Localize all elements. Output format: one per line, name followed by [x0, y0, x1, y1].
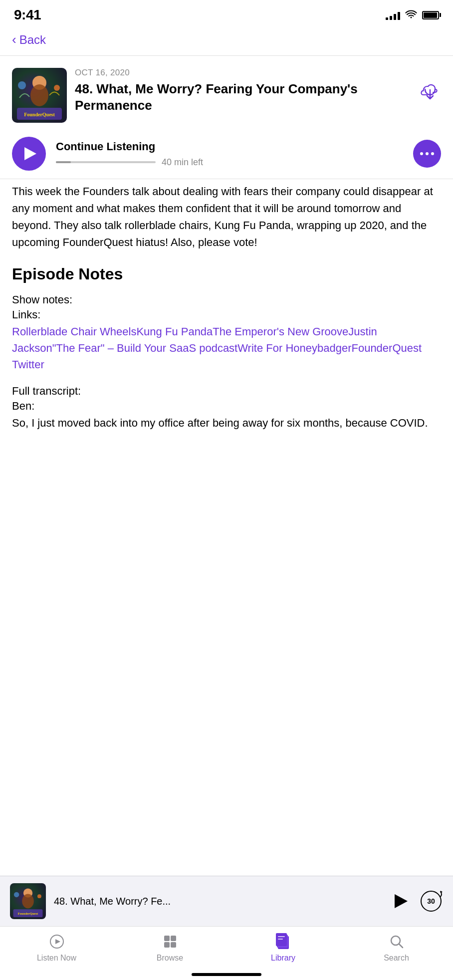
svg-rect-17 — [164, 936, 170, 941]
more-button[interactable] — [413, 140, 441, 168]
status-time: 9:41 — [14, 7, 41, 23]
progress-fill — [56, 161, 71, 163]
episode-notes-section: Episode Notes Show notes: Links: Rollerb… — [0, 265, 453, 442]
svg-rect-24 — [278, 936, 285, 937]
mini-artwork: FounderQuest — [10, 883, 46, 919]
svg-point-12 — [14, 892, 19, 897]
transcript-speaker: Ben: — [12, 400, 441, 413]
signal-icon — [386, 10, 400, 20]
wifi-icon — [405, 9, 417, 20]
library-icon — [274, 933, 292, 951]
svg-marker-16 — [55, 939, 60, 944]
tab-search-label: Search — [384, 954, 409, 963]
svg-point-2 — [30, 84, 48, 106]
tab-library-label: Library — [271, 954, 295, 963]
svg-rect-19 — [164, 942, 170, 948]
episode-description: This week the Founders talk about dealin… — [0, 179, 453, 265]
home-indicator — [192, 973, 261, 976]
skip-circle-icon: 30 — [421, 891, 442, 912]
battery-icon — [422, 11, 439, 19]
episode-date: OCT 16, 2020 — [75, 68, 441, 78]
mini-artwork-svg: FounderQuest — [10, 883, 46, 919]
back-label: Back — [19, 33, 46, 47]
listen-now-icon — [48, 933, 66, 951]
player-controls: Continue Listening 40 min left — [0, 131, 453, 179]
tab-listen-now[interactable]: Listen Now — [0, 933, 113, 963]
svg-point-5 — [18, 81, 26, 89]
play-button[interactable] — [12, 137, 46, 171]
progress-bar[interactable] — [56, 161, 156, 163]
search-icon — [388, 933, 406, 951]
svg-text:FounderQuest: FounderQuest — [18, 912, 38, 915]
mini-player[interactable]: FounderQuest 48. What, Me Worry? Fe... 3… — [0, 876, 453, 926]
mini-skip-button[interactable]: 30 — [419, 889, 443, 913]
more-dots-icon — [420, 152, 434, 155]
svg-line-27 — [399, 944, 403, 948]
progress-row: 40 min left — [56, 157, 403, 168]
mini-play-button[interactable] — [391, 891, 411, 911]
continue-label: Continue Listening — [56, 140, 403, 153]
bottom-spacer — [0, 442, 453, 551]
links-content[interactable]: Rollerblade Chair WheelsKung Fu PandaThe… — [12, 323, 441, 373]
back-chevron-icon: ‹ — [12, 32, 16, 47]
transcript-text: So, I just moved back into my office aft… — [12, 415, 441, 432]
show-notes-label: Show notes: — [12, 293, 441, 306]
svg-point-9 — [22, 894, 34, 909]
episode-header-wrapper: FounderQuest OCT 16, 2020 48. What, Me W… — [0, 56, 453, 131]
time-left: 40 min left — [162, 157, 203, 168]
podcast-artwork: FounderQuest — [12, 68, 67, 123]
svg-point-6 — [54, 85, 60, 91]
artwork-svg: FounderQuest — [12, 68, 67, 123]
episode-notes-title: Episode Notes — [12, 265, 441, 283]
svg-point-13 — [37, 894, 41, 898]
tab-browse[interactable]: Browse — [113, 933, 226, 963]
svg-rect-25 — [278, 939, 283, 940]
episode-header: FounderQuest OCT 16, 2020 48. What, Me W… — [0, 56, 453, 131]
svg-rect-18 — [171, 936, 176, 941]
download-button[interactable] — [419, 81, 441, 102]
mini-player-title: 48. What, Me Worry? Fe... — [54, 896, 383, 907]
episode-info: OCT 16, 2020 48. What, Me Worry? Fearing… — [75, 68, 441, 113]
tab-listen-now-label: Listen Now — [37, 954, 76, 963]
player-info: Continue Listening 40 min left — [56, 140, 403, 168]
tab-bar: Listen Now Browse Library — [0, 926, 453, 980]
back-button[interactable]: ‹ Back — [0, 27, 453, 55]
links-label: Links: — [12, 308, 441, 321]
episode-title: 48. What, Me Worry? Fearing Your Company… — [75, 81, 441, 113]
browse-icon — [161, 933, 179, 951]
svg-text:FounderQuest: FounderQuest — [24, 112, 55, 117]
tab-library[interactable]: Library — [226, 933, 340, 963]
play-icon — [24, 147, 36, 160]
svg-rect-20 — [171, 942, 176, 948]
mini-play-icon — [395, 894, 408, 908]
status-bar: 9:41 — [0, 0, 453, 27]
status-icons — [386, 9, 439, 20]
tab-browse-label: Browse — [157, 954, 183, 963]
tab-search[interactable]: Search — [340, 933, 453, 963]
transcript-label: Full transcript: — [12, 385, 441, 398]
